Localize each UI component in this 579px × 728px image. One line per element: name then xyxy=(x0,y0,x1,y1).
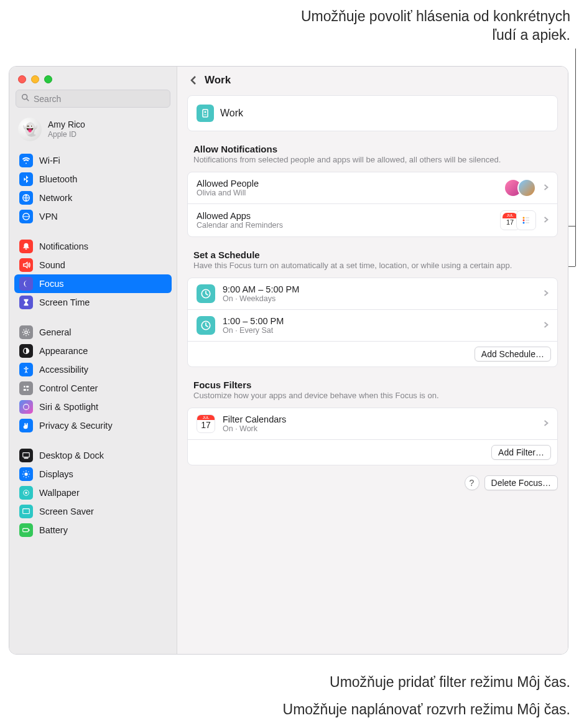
sidebar-item-displays[interactable]: Displays xyxy=(14,465,172,483)
window-controls xyxy=(9,73,177,90)
row-subtitle: On · Every Sat xyxy=(223,326,536,335)
sidebar-item-wallpaper[interactable]: Wallpaper xyxy=(14,483,172,502)
sidebar-item-desktop-dock[interactable]: Desktop & Dock xyxy=(14,446,172,465)
sidebar-item-control-center[interactable]: Control Center xyxy=(14,379,172,398)
add-filter-button[interactable]: Add Filter… xyxy=(491,445,551,460)
search-icon xyxy=(21,93,30,104)
svg-point-11 xyxy=(24,404,29,410)
sidebar-item-label: Wallpaper xyxy=(39,488,80,498)
section-subtitle: Have this Focus turn on automatically at… xyxy=(193,261,552,271)
siri-icon xyxy=(19,400,33,414)
back-button[interactable] xyxy=(187,74,200,86)
nav-group-2: Notifications Sound Focus Screen Time xyxy=(9,235,177,314)
nav-group-3: General Appearance Accessibility Control… xyxy=(9,320,177,437)
filter-row[interactable]: JUL 17 Filter Calendars On · Work xyxy=(188,408,557,439)
close-window-button[interactable] xyxy=(18,75,26,83)
sidebar-item-screen-time[interactable]: Screen Time xyxy=(14,293,172,312)
focus-header-panel: Work xyxy=(187,95,558,131)
schedule-row-1[interactable]: 9:00 AM – 5:00 PM On · Weekdays xyxy=(188,278,557,309)
hourglass-icon xyxy=(19,296,33,309)
displays-icon xyxy=(19,467,33,481)
schedule-panel: 9:00 AM – 5:00 PM On · Weekdays 1:00 – 5… xyxy=(187,278,558,367)
sidebar-item-bluetooth[interactable]: Bluetooth xyxy=(14,170,172,189)
minimize-window-button[interactable] xyxy=(31,75,39,83)
sidebar-item-appearance[interactable]: Appearance xyxy=(14,342,172,360)
svg-point-4 xyxy=(25,331,27,334)
row-title: Filter Calendars xyxy=(223,414,536,424)
filters-panel: JUL 17 Filter Calendars On · Work Add Fi… xyxy=(187,408,558,465)
control-center-icon xyxy=(19,381,33,395)
callout-line xyxy=(575,49,576,266)
sidebar-item-sound[interactable]: Sound xyxy=(14,256,172,274)
svg-rect-17 xyxy=(23,509,30,514)
sidebar-item-notifications[interactable]: Notifications xyxy=(14,237,172,256)
dock-icon xyxy=(19,449,33,462)
sidebar-item-focus[interactable]: Focus xyxy=(14,274,172,293)
search-field[interactable] xyxy=(16,90,170,108)
fullscreen-window-button[interactable] xyxy=(44,75,52,83)
delete-focus-button[interactable]: Delete Focus… xyxy=(484,475,558,490)
row-title: Allowed People xyxy=(197,179,501,189)
add-schedule-button[interactable]: Add Schedule… xyxy=(475,347,551,362)
apple-id-row[interactable]: 👻 Amy Rico Apple ID xyxy=(9,114,177,149)
section-allow: Allow Notifications Notifications from s… xyxy=(177,135,568,168)
vpn-icon xyxy=(19,210,33,223)
svg-point-6 xyxy=(25,366,27,368)
sidebar-item-general[interactable]: General xyxy=(14,323,172,342)
svg-rect-10 xyxy=(24,389,26,391)
sidebar-item-label: Sound xyxy=(39,260,65,270)
settings-window: 👻 Amy Rico Apple ID Wi-Fi Bluetooth Netw… xyxy=(9,66,568,655)
sidebar-item-network[interactable]: Network xyxy=(14,189,172,207)
allowed-apps-row[interactable]: Allowed Apps Calendar and Reminders JUL … xyxy=(188,203,557,236)
callout-top: Umožňuje povoliť hlásenia od konkrétnych… xyxy=(290,7,570,45)
allowed-people-row[interactable]: Allowed People Olivia and Will xyxy=(188,172,557,203)
svg-rect-20 xyxy=(203,110,208,117)
sidebar-item-accessibility[interactable]: Accessibility xyxy=(14,360,172,379)
account-name: Amy Rico xyxy=(48,119,85,130)
nav-group-1: Wi-Fi Bluetooth Network VPN xyxy=(9,149,177,228)
row-subtitle: On · Work xyxy=(223,424,536,433)
row-title: 1:00 – 5:00 PM xyxy=(223,316,536,326)
help-button[interactable]: ? xyxy=(465,475,479,490)
section-schedule: Set a Schedule Have this Focus turn on a… xyxy=(177,241,568,274)
sidebar-item-label: Screen Time xyxy=(39,297,90,307)
svg-point-9 xyxy=(27,389,29,391)
sidebar-item-screen-saver[interactable]: Screen Saver xyxy=(14,502,172,521)
people-avatars xyxy=(509,179,536,197)
svg-point-0 xyxy=(22,95,27,100)
sidebar-item-label: Siri & Spotlight xyxy=(39,402,98,412)
row-title: Allowed Apps xyxy=(197,211,496,221)
svg-line-1 xyxy=(27,99,29,101)
appearance-icon xyxy=(19,344,33,358)
sidebar-item-label: Desktop & Dock xyxy=(39,450,104,460)
page-title: Work xyxy=(205,74,231,86)
sidebar-item-label: Appearance xyxy=(39,346,88,356)
allow-panel: Allowed People Olivia and Will Allowed A… xyxy=(187,172,558,237)
row-subtitle: Calendar and Reminders xyxy=(197,221,496,230)
sidebar-item-privacy-security[interactable]: Privacy & Security xyxy=(14,416,172,435)
bluetooth-icon xyxy=(19,172,33,186)
search-input[interactable] xyxy=(34,94,165,104)
schedule-row-2[interactable]: 1:00 – 5:00 PM On · Every Sat xyxy=(188,309,557,341)
section-filters: Focus Filters Customize how your apps an… xyxy=(177,371,568,404)
sidebar-item-label: Notifications xyxy=(39,241,88,251)
sidebar-item-vpn[interactable]: VPN xyxy=(14,207,172,226)
bell-icon xyxy=(19,240,33,253)
row-title: 9:00 AM – 5:00 PM xyxy=(223,284,536,294)
svg-rect-8 xyxy=(26,386,29,388)
sidebar-item-battery[interactable]: Battery xyxy=(14,521,172,539)
sidebar-item-siri-spotlight[interactable]: Siri & Spotlight xyxy=(14,398,172,416)
sidebar-item-label: Wi-Fi xyxy=(39,156,60,166)
sidebar-item-wifi[interactable]: Wi-Fi xyxy=(14,151,172,170)
chevron-right-icon xyxy=(544,215,549,225)
sidebar-item-label: Battery xyxy=(39,525,68,535)
account-sub: Apple ID xyxy=(48,130,85,139)
sidebar: 👻 Amy Rico Apple ID Wi-Fi Bluetooth Netw… xyxy=(9,67,177,654)
svg-point-23 xyxy=(523,219,525,221)
chevron-right-icon xyxy=(544,418,549,429)
svg-rect-19 xyxy=(29,530,29,531)
app-icons: JUL 17 xyxy=(504,210,536,230)
gear-icon xyxy=(19,325,33,339)
svg-point-24 xyxy=(523,222,525,223)
row-subtitle: On · Weekdays xyxy=(223,294,536,303)
